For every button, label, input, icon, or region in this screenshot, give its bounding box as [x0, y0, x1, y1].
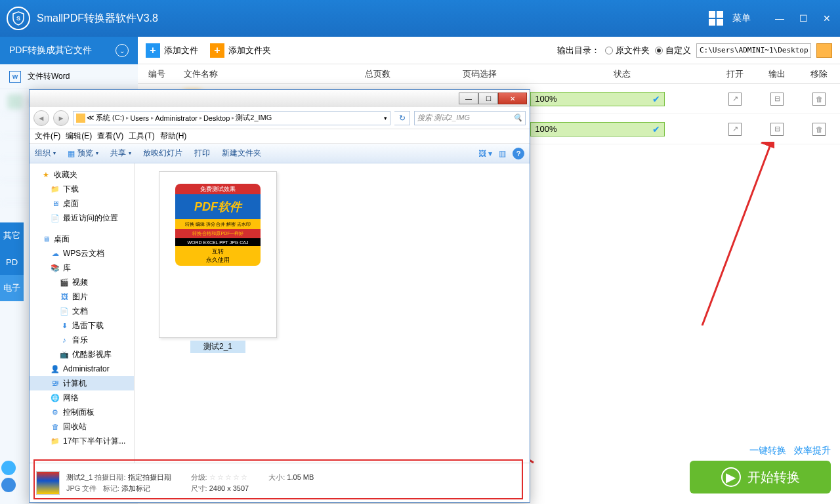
- output-icon[interactable]: ⊟: [770, 123, 784, 136]
- rating-stars[interactable]: ☆☆☆☆☆: [209, 473, 249, 481]
- output-icon[interactable]: ⊟: [770, 93, 784, 106]
- svg-text:S: S: [16, 15, 20, 22]
- tree-favorites[interactable]: ★收藏夹: [30, 167, 134, 182]
- tree-doc[interactable]: 📄文档: [30, 304, 134, 318]
- nav-forward-button[interactable]: ►: [53, 110, 69, 126]
- sidebar-header-label: PDF转换成其它文件: [9, 45, 92, 56]
- output-path-input[interactable]: [696, 43, 811, 58]
- col-num: 编号: [138, 68, 184, 80]
- strip-pdf[interactable]: PD: [0, 249, 24, 275]
- radio-icon: [655, 47, 663, 54]
- check-icon: ✔: [652, 124, 660, 135]
- tree-control[interactable]: ⚙控制面板: [30, 405, 134, 419]
- tool-slideshow[interactable]: 放映幻灯片: [143, 148, 182, 159]
- tool-preview[interactable]: ▦预览▾: [68, 148, 98, 159]
- explorer-tree: ★收藏夹 📁下载 🖥桌面 📄最近访问的位置 🖥桌面 ☁WPS云文档 📚库 🎬视频…: [30, 163, 135, 463]
- strip-ebook[interactable]: 电子: [0, 275, 24, 301]
- file-item[interactable]: 免费测试效果 PDF软件 转换 编辑 拆分 合并 解密 去水印 转换·合格和原P…: [142, 171, 293, 353]
- tree-video[interactable]: 🎬视频: [30, 275, 134, 289]
- open-icon[interactable]: ↗: [728, 93, 742, 106]
- excel-icon: X: [9, 96, 21, 108]
- radio-icon: [605, 47, 613, 54]
- main-toolbar: + 添加文件 + 添加文件夹 输出目录： 原文件夹 自定义: [138, 37, 840, 64]
- link-one-click[interactable]: 一键转换: [749, 445, 786, 457]
- maximize-button[interactable]: ☐: [797, 13, 810, 24]
- tree-folder17[interactable]: 📁17年下半年计算...: [30, 434, 134, 448]
- tree-downloads[interactable]: 📁下载: [30, 182, 134, 196]
- explorer-minimize-button[interactable]: —: [459, 93, 478, 104]
- delete-icon[interactable]: 🗑: [812, 93, 826, 106]
- menu-tools[interactable]: 工具(T): [127, 131, 156, 142]
- word-icon: W: [9, 71, 21, 83]
- menu-tiles-icon[interactable]: [709, 11, 723, 26]
- col-del: 移除: [798, 68, 840, 80]
- strip-other[interactable]: 其它: [0, 222, 24, 249]
- app-logo: S: [7, 7, 30, 30]
- sidebar-header[interactable]: PDF转换成其它文件 ⌄: [0, 37, 138, 64]
- menu-view[interactable]: 查看(V): [96, 131, 125, 142]
- open-icon[interactable]: ↗: [728, 123, 742, 136]
- tree-computer[interactable]: 🖳计算机: [30, 376, 134, 390]
- explorer-maximize-button[interactable]: ☐: [478, 93, 498, 104]
- explorer-close-button[interactable]: ✕: [498, 93, 527, 104]
- link-efficiency[interactable]: 效率提升: [794, 445, 831, 457]
- tree-wps[interactable]: ☁WPS云文档: [30, 246, 134, 261]
- tree-network[interactable]: 🌐网络: [30, 390, 134, 405]
- refresh-button[interactable]: ↻: [394, 111, 410, 125]
- menu-edit[interactable]: 编辑(E): [64, 131, 93, 142]
- sidebar-item-word[interactable]: W 文件转Word: [0, 64, 138, 89]
- plus-icon: +: [146, 43, 160, 58]
- explorer-nav: ◄ ► ≪ 系统 (C:)▸ Users▸ Administrator▸ Des…: [30, 107, 530, 129]
- preview-pane-icon[interactable]: ▥: [499, 149, 506, 158]
- delete-icon[interactable]: 🗑: [812, 123, 826, 136]
- ie-icon[interactable]: [1, 478, 16, 492]
- tree-pic[interactable]: 🖼图片: [30, 289, 134, 304]
- tree-youku[interactable]: 📺优酷影视库: [30, 347, 134, 362]
- tree-desktop2[interactable]: 🖥桌面: [30, 232, 134, 246]
- detail-thumbnail-icon: [36, 471, 60, 495]
- col-open: 打开: [714, 68, 756, 80]
- tree-desktop[interactable]: 🖥桌面: [30, 196, 134, 211]
- sidebar-item-label: 文件转Word: [28, 71, 70, 82]
- tree-lib[interactable]: 📚库: [30, 261, 134, 275]
- explorer-search-input[interactable]: 搜索 测试2_IMG 🔍: [414, 111, 526, 125]
- file-explorer-dialog: — ☐ ✕ ◄ ► ≪ 系统 (C:)▸ Users▸ Administrato…: [29, 89, 530, 503]
- check-icon: ✔: [652, 94, 660, 104]
- minimize-button[interactable]: —: [773, 13, 786, 24]
- tool-organize[interactable]: 组织▾: [35, 148, 56, 159]
- browse-folder-button[interactable]: [816, 43, 832, 58]
- address-bar[interactable]: ≪ 系统 (C:)▸ Users▸ Administrator▸ Desktop…: [73, 111, 390, 125]
- menu-file[interactable]: 文件(F): [33, 131, 62, 142]
- nav-back-button[interactable]: ◄: [33, 110, 49, 126]
- tool-newfolder[interactable]: 新建文件夹: [222, 148, 261, 159]
- tree-xunlei[interactable]: ⬇迅雷下载: [30, 318, 134, 333]
- tree-music[interactable]: ♪音乐: [30, 333, 134, 347]
- menu-help[interactable]: 帮助(H): [159, 131, 188, 142]
- explorer-detail-pane: 测试2_1 拍摄日期: 指定拍摄日期 分级: ☆☆☆☆☆ 大小: 1.05 MB…: [30, 463, 530, 502]
- table-header: 编号 文件名称 总页数 页码选择 状态 打开 输出 移除: [138, 64, 840, 84]
- col-name: 文件名称: [184, 68, 327, 80]
- col-out: 输出: [756, 68, 798, 80]
- col-sel: 页码选择: [429, 68, 530, 80]
- tool-print[interactable]: 打印: [194, 148, 210, 159]
- radio-custom-folder[interactable]: 自定义: [655, 45, 691, 56]
- menu-label[interactable]: 菜单: [732, 12, 751, 24]
- taskbar-icons: [1, 461, 20, 479]
- view-mode-icon[interactable]: 🖼 ▾: [478, 149, 492, 158]
- play-icon: ▶: [721, 467, 741, 487]
- qq-icon[interactable]: [1, 461, 16, 475]
- help-icon[interactable]: ?: [513, 148, 524, 159]
- close-button[interactable]: ✕: [820, 13, 833, 24]
- progress-bar: 100%✔: [530, 92, 665, 106]
- add-file-button[interactable]: + 添加文件: [146, 43, 198, 58]
- tool-share[interactable]: 共享▾: [110, 148, 131, 159]
- chevron-down-icon: ⌄: [116, 44, 129, 57]
- tree-recent[interactable]: 📄最近访问的位置: [30, 211, 134, 225]
- tree-admin[interactable]: 👤Administrator: [30, 362, 134, 376]
- explorer-toolbar: 组织▾ ▦预览▾ 共享▾ 放映幻灯片 打印 新建文件夹 🖼 ▾ ▥ ?: [30, 144, 530, 163]
- footer: 一键转换 效率提升 ▶ 开始转换: [690, 445, 831, 494]
- start-convert-button[interactable]: ▶ 开始转换: [690, 461, 831, 494]
- tree-recycle[interactable]: 🗑回收站: [30, 419, 134, 434]
- add-folder-button[interactable]: + 添加文件夹: [210, 43, 271, 58]
- radio-original-folder[interactable]: 原文件夹: [605, 45, 650, 56]
